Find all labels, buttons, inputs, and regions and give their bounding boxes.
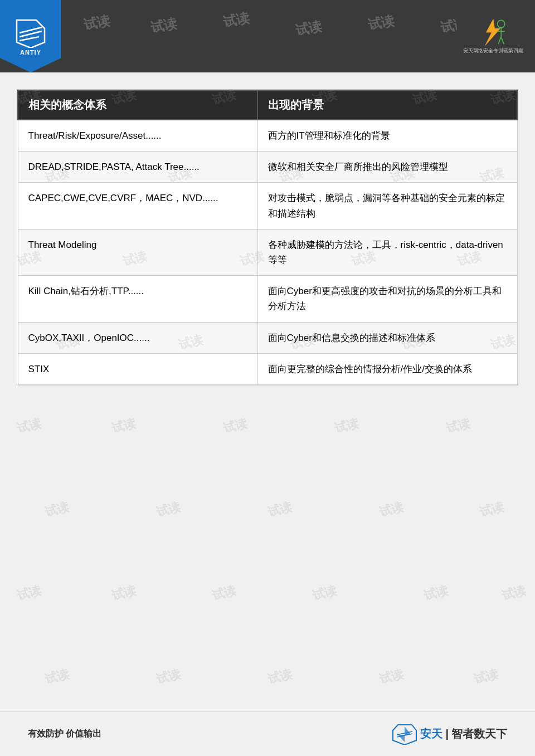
svg-marker-4 bbox=[485, 19, 500, 45]
table-row: DREAD,STRIDE,PASTA, Attack Tree......微软和… bbox=[18, 152, 517, 183]
table-row: Threat Modeling各种威胁建模的方法论，工具，risk-centri… bbox=[18, 229, 517, 275]
brand-icon bbox=[476, 18, 510, 46]
col2-header: 出现的背景 bbox=[257, 90, 517, 120]
logo: ANTIY bbox=[0, 0, 61, 72]
svg-line-3 bbox=[20, 37, 39, 41]
cell-right-3: 各种威胁建模的方法论，工具，risk-centric，data-driven等等 bbox=[257, 229, 517, 275]
footer: 有效防护 价值输出 安天 | 智者数天下 bbox=[0, 711, 535, 756]
cell-left-3: Threat Modeling bbox=[18, 229, 257, 275]
cell-right-6: 面向更完整的综合性的情报分析/作业/交换的体系 bbox=[257, 353, 517, 384]
table-row: CybOX,TAXII，OpenIOC......面向Cyber和信息交换的描述… bbox=[18, 322, 517, 353]
svg-line-9 bbox=[501, 37, 504, 44]
cell-left-5: CybOX,TAXII，OpenIOC...... bbox=[18, 322, 257, 353]
cell-right-0: 西方的IT管理和标准化的背景 bbox=[257, 120, 517, 152]
footer-logo-icon bbox=[392, 724, 417, 745]
header-watermark-area: 试读 试读 试读 试读 试读 试读 试读 bbox=[61, 0, 457, 72]
cell-right-2: 对攻击模式，脆弱点，漏洞等各种基础的安全元素的标定和描述结构 bbox=[257, 183, 517, 229]
cell-left-1: DREAD,STRIDE,PASTA, Attack Tree...... bbox=[18, 152, 257, 183]
logo-icon bbox=[14, 17, 47, 48]
header-right-brand: 安天网络安全专训营第四期 bbox=[457, 0, 535, 72]
right-deco: 安天网络安全专训营第四期 bbox=[463, 18, 523, 55]
cell-left-0: Threat/Risk/Exposure/Asset...... bbox=[18, 120, 257, 152]
cell-left-6: STIX bbox=[18, 353, 257, 384]
table-row: Kill Chain,钻石分析,TTP......面向Cyber和更高强度的攻击… bbox=[18, 276, 517, 322]
footer-brand-left: 安天 bbox=[420, 726, 442, 742]
header: ANTIY 试读 试读 试读 试读 试读 试读 试读 安天网络安全专训营第四期 bbox=[0, 0, 535, 72]
footer-brand-sep: | bbox=[445, 728, 449, 740]
cell-right-5: 面向Cyber和信息交换的描述和标准体系 bbox=[257, 322, 517, 353]
cell-right-4: 面向Cyber和更高强度的攻击和对抗的场景的分析工具和分析方法 bbox=[257, 276, 517, 322]
logo-text: ANTIY bbox=[20, 49, 41, 56]
footer-brand: 安天 | 智者数天下 bbox=[392, 724, 507, 745]
main-area: 相关的概念体系 出现的背景 Threat/Risk/Exposure/Asset… bbox=[0, 72, 535, 441]
footer-tagline: 有效防护 价值输出 bbox=[28, 728, 101, 740]
concept-table: 相关的概念体系 出现的背景 Threat/Risk/Exposure/Asset… bbox=[17, 90, 518, 385]
table-row: CAPEC,CWE,CVE,CVRF，MAEC，NVD......对攻击模式，脆… bbox=[18, 183, 517, 229]
cell-left-2: CAPEC,CWE,CVE,CVRF，MAEC，NVD...... bbox=[18, 183, 257, 229]
content-card: 相关的概念体系 出现的背景 Threat/Risk/Exposure/Asset… bbox=[17, 89, 518, 386]
cell-left-4: Kill Chain,钻石分析,TTP...... bbox=[18, 276, 257, 322]
table-row: Threat/Risk/Exposure/Asset......西方的IT管理和… bbox=[18, 120, 517, 152]
table-row: STIX面向更完整的综合性的情报分析/作业/交换的体系 bbox=[18, 353, 517, 384]
svg-line-8 bbox=[498, 37, 501, 44]
brand-subtitle: 安天网络安全专训营第四期 bbox=[463, 47, 523, 55]
svg-point-5 bbox=[498, 20, 505, 27]
col1-header: 相关的概念体系 bbox=[18, 90, 257, 120]
footer-brand-right: 智者数天下 bbox=[451, 726, 507, 742]
cell-right-1: 微软和相关安全厂商所推出的风险管理模型 bbox=[257, 152, 517, 183]
